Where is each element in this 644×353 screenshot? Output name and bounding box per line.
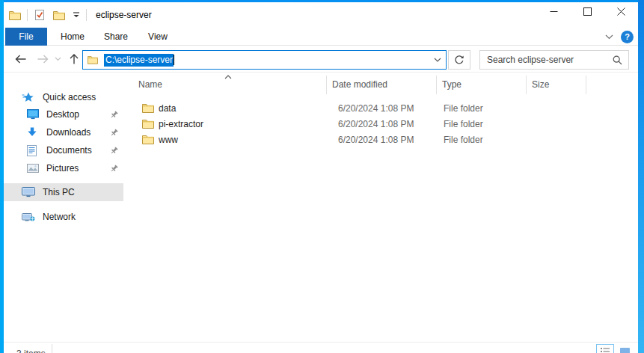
quick-access-toolbar: eclipse-server: [4, 7, 152, 22]
new-folder-icon[interactable]: [52, 7, 67, 22]
file-type: File folder: [444, 103, 483, 114]
pin-icon[interactable]: [110, 147, 118, 155]
search-box: [479, 50, 629, 70]
navigation-pane: Quick access Desktop Downloads Doc: [4, 73, 123, 341]
window-folder-icon: [7, 7, 22, 22]
file-type: File folder: [444, 119, 483, 129]
file-row-data[interactable]: data 6/20/2024 1:08 PM File folder: [129, 100, 637, 116]
file-type: File folder: [444, 135, 483, 145]
file-row-www[interactable]: www 6/20/2024 1:08 PM File folder: [129, 132, 637, 147]
sidebar-item-label: Network: [43, 212, 76, 222]
sidebar-item-label: Desktop: [46, 109, 79, 120]
file-name[interactable]: data: [159, 103, 176, 114]
sidebar-item-label: Quick access: [43, 92, 96, 102]
folder-icon: [142, 119, 154, 129]
search-input[interactable]: [480, 55, 613, 65]
file-list-pane: Name Date modified Type Size data 6/20/2…: [127, 73, 638, 341]
minimize-button[interactable]: [537, 0, 571, 22]
details-view-button[interactable]: [596, 344, 614, 353]
window-title: eclipse-server: [96, 10, 152, 20]
column-separator[interactable]: [526, 76, 527, 94]
window-border-left: [0, 0, 4, 353]
large-icons-view-button[interactable]: [616, 344, 634, 353]
up-button[interactable]: [64, 49, 84, 69]
explorer-window: eclipse-server File Home Share View ?: [0, 0, 644, 353]
column-separator[interactable]: [436, 76, 437, 94]
minimize-ribbon-chevron-icon[interactable]: [605, 34, 613, 40]
sort-ascending-icon: [224, 75, 232, 79]
tab-home[interactable]: Home: [58, 28, 88, 46]
folder-icon: [142, 135, 154, 144]
text-cursor: [174, 55, 174, 65]
network-icon: [22, 212, 35, 222]
search-icon[interactable]: [613, 55, 628, 65]
items-count: 3 items: [16, 349, 46, 353]
sidebar-item-documents[interactable]: Documents: [4, 141, 123, 159]
close-button[interactable]: [604, 0, 638, 22]
refresh-button[interactable]: [448, 50, 470, 70]
folder-icon: [142, 103, 154, 113]
sidebar-item-quick-access[interactable]: Quick access: [4, 88, 123, 106]
window-border-right: [638, 0, 644, 353]
file-row-pi-extractor[interactable]: pi-extractor 6/20/2024 1:08 PM File fold…: [129, 116, 637, 132]
file-name[interactable]: pi-extractor: [159, 119, 203, 129]
sidebar-item-network[interactable]: Network: [4, 208, 123, 226]
pin-icon[interactable]: [110, 165, 118, 173]
pin-icon[interactable]: [110, 111, 118, 119]
address-folder-icon: [88, 55, 98, 64]
sidebar-item-label: Pictures: [46, 163, 79, 174]
file-date-modified: 6/20/2024 1:08 PM: [338, 119, 414, 129]
computer-icon: [22, 187, 35, 197]
title-bar: eclipse-server: [4, 2, 638, 28]
properties-check-icon[interactable]: [32, 7, 47, 22]
toolbar-separator: [27, 9, 28, 21]
status-separator: [52, 344, 52, 353]
document-icon: [27, 145, 37, 156]
toolbar-separator: [86, 9, 87, 21]
downloads-icon: [27, 127, 37, 138]
recent-locations-chevron-icon[interactable]: [51, 49, 64, 69]
column-header-size[interactable]: Size: [532, 73, 549, 96]
forward-button[interactable]: [33, 49, 52, 69]
sidebar-item-pictures[interactable]: Pictures: [4, 159, 123, 177]
window-border-top: [0, 0, 644, 2]
tab-file[interactable]: File: [5, 28, 47, 46]
sidebar-item-label: Documents: [46, 145, 92, 156]
sidebar-item-downloads[interactable]: Downloads: [4, 123, 123, 141]
maximize-button[interactable]: [571, 0, 604, 22]
pin-icon[interactable]: [110, 129, 118, 137]
column-separator[interactable]: [586, 76, 586, 94]
column-header-type[interactable]: Type: [442, 73, 461, 96]
sidebar-item-desktop[interactable]: Desktop: [4, 105, 123, 123]
file-name[interactable]: www: [159, 135, 178, 145]
tab-share[interactable]: Share: [99, 28, 132, 46]
column-separator[interactable]: [326, 76, 327, 94]
address-dropdown-chevron-icon[interactable]: [434, 58, 441, 62]
file-date-modified: 6/20/2024 1:08 PM: [338, 135, 414, 145]
column-header-name[interactable]: Name: [138, 73, 162, 96]
desktop-icon: [27, 109, 39, 120]
sidebar-item-label: This PC: [43, 187, 75, 197]
sidebar-item-this-pc[interactable]: This PC: [4, 183, 123, 201]
sidebar-item-label: Downloads: [46, 127, 91, 138]
quick-access-star-icon: [22, 92, 34, 103]
file-date-modified: 6/20/2024 1:08 PM: [338, 103, 414, 114]
ribbon-tab-row: File Home Share View ?: [4, 28, 638, 46]
status-bar: 3 items: [4, 342, 638, 353]
help-icon[interactable]: ?: [621, 31, 634, 43]
address-bar[interactable]: C:\eclipse-server: [82, 50, 447, 70]
navigation-toolbar: C:\eclipse-server: [4, 46, 638, 73]
customize-toolbar-dropdown-icon[interactable]: [71, 7, 82, 22]
pictures-icon: [27, 164, 39, 173]
tab-view[interactable]: View: [143, 28, 173, 46]
column-header-date-modified[interactable]: Date modified: [332, 73, 387, 96]
caption-buttons: [537, 0, 638, 22]
address-path-text-selected[interactable]: C:\eclipse-server: [104, 54, 174, 67]
back-button[interactable]: [10, 49, 30, 69]
